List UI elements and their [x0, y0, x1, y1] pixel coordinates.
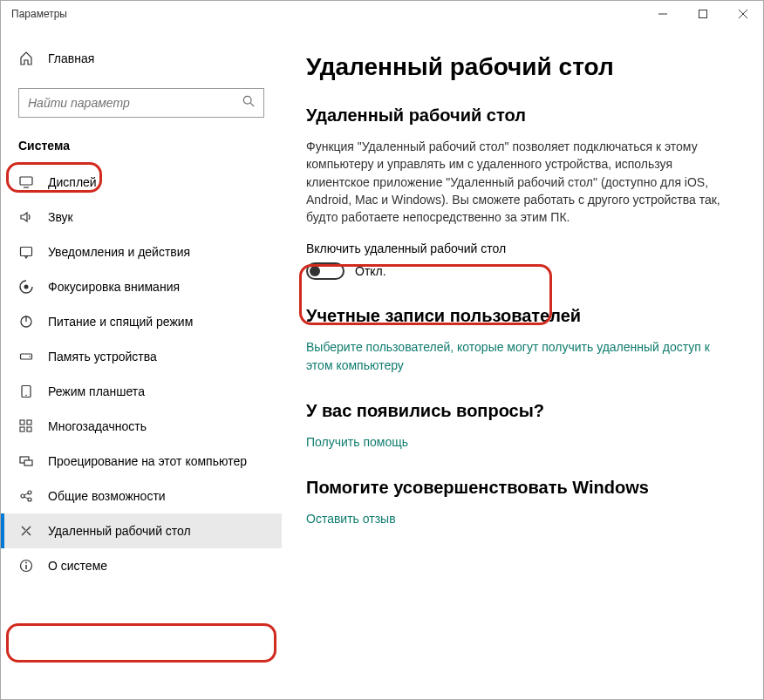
nav-sound[interactable]: Звук: [1, 200, 282, 234]
multitask-icon: [18, 419, 34, 433]
remote-description: Функция "Удаленный рабочий стол" позволя…: [306, 138, 725, 226]
svg-rect-17: [27, 420, 31, 425]
nav-notifications[interactable]: Уведомления и действия: [1, 234, 282, 269]
search-input[interactable]: [28, 96, 242, 110]
titlebar: Параметры: [1, 1, 763, 27]
nav-item-label: Питание и спящий режим: [48, 315, 193, 329]
shared-icon: [18, 489, 34, 503]
nav-item-label: О системе: [48, 559, 107, 573]
section-label-system: Система: [1, 132, 87, 160]
remote-toggle[interactable]: [306, 262, 344, 280]
section-questions-title: У вас появились вопросы?: [306, 401, 739, 421]
nav-item-label: Удаленный рабочий стол: [48, 524, 191, 538]
svg-point-9: [24, 285, 29, 289]
display-icon: [18, 175, 34, 189]
nav-home[interactable]: Главная: [1, 44, 282, 72]
nav-home-label: Главная: [48, 51, 94, 65]
nav-item-label: Проецирование на этот компьютер: [48, 454, 247, 468]
projecting-icon: [18, 454, 34, 468]
about-icon: [18, 559, 34, 573]
svg-point-23: [28, 491, 31, 494]
sidebar: Главная Система Дисплей Звук Уведомления…: [1, 27, 282, 699]
toggle-label: Включить удаленный рабочий стол: [306, 241, 739, 255]
get-help-link[interactable]: Получить помощь: [306, 433, 725, 452]
svg-point-15: [25, 395, 27, 397]
search-icon: [242, 95, 255, 111]
section-improve-title: Помогите усовершенствовать Windows: [306, 478, 739, 498]
nav-tablet[interactable]: Режим планшета: [1, 374, 282, 409]
nav-about[interactable]: О системе: [1, 548, 282, 583]
nav-item-label: Дисплей: [48, 175, 97, 189]
svg-rect-6: [20, 177, 32, 185]
nav-storage[interactable]: Память устройства: [1, 339, 282, 374]
maximize-button[interactable]: [683, 1, 723, 27]
svg-line-25: [24, 493, 28, 495]
nav-projecting[interactable]: Проецирование на этот компьютер: [1, 444, 282, 479]
svg-point-24: [28, 498, 31, 501]
nav-item-label: Фокусировка внимания: [48, 280, 180, 294]
section-remote-title: Удаленный рабочий стол: [306, 105, 739, 126]
nav-item-label: Память устройства: [48, 350, 157, 364]
minimize-button[interactable]: [643, 1, 683, 27]
sound-icon: [18, 210, 34, 224]
svg-rect-19: [27, 427, 31, 432]
nav-shared[interactable]: Общие возможности: [1, 479, 282, 513]
svg-rect-8: [21, 248, 32, 256]
svg-line-26: [24, 497, 28, 499]
focus-icon: [18, 280, 34, 294]
nav-power[interactable]: Питание и спящий режим: [1, 304, 282, 339]
nav-item-label: Уведомления и действия: [48, 245, 190, 259]
search-box[interactable]: [18, 88, 264, 118]
toggle-state: Откл.: [355, 264, 386, 278]
nav-item-label: Звук: [48, 210, 73, 224]
window-title: Параметры: [11, 8, 643, 20]
nav-display[interactable]: Дисплей: [1, 165, 282, 200]
svg-point-4: [243, 96, 251, 104]
toggle-knob: [310, 266, 320, 276]
svg-rect-21: [24, 460, 32, 466]
nav-remote-desktop[interactable]: Удаленный рабочий стол: [1, 513, 282, 548]
storage-icon: [18, 350, 34, 364]
power-icon: [18, 315, 34, 329]
nav-item-label: Многозадачность: [48, 419, 147, 433]
svg-line-29: [27, 532, 31, 535]
nav-multitask[interactable]: Многозадачность: [1, 409, 282, 444]
close-button[interactable]: [723, 1, 763, 27]
tablet-icon: [18, 384, 34, 398]
notifications-icon: [18, 245, 34, 259]
svg-point-22: [21, 494, 24, 498]
svg-rect-18: [20, 427, 24, 432]
svg-line-5: [250, 103, 254, 106]
nav-item-label: Общие возможности: [48, 489, 166, 503]
annotation-highlight: [6, 623, 276, 663]
home-icon: [18, 51, 34, 65]
svg-point-13: [29, 356, 31, 357]
feedback-link[interactable]: Оставить отзыв: [306, 510, 725, 528]
page-title: Удаленный рабочий стол: [306, 53, 739, 81]
nav-focus[interactable]: Фокусировка внимания: [1, 269, 282, 304]
svg-rect-16: [20, 420, 24, 425]
section-accounts-title: Учетные записи пользователей: [306, 306, 739, 326]
svg-line-28: [22, 527, 25, 530]
svg-point-32: [25, 562, 27, 564]
nav-item-label: Режим планшета: [48, 384, 145, 398]
svg-rect-1: [699, 10, 707, 18]
remote-icon: [18, 524, 34, 538]
select-users-link[interactable]: Выберите пользователей, которые могут по…: [306, 338, 725, 375]
content-area: Удаленный рабочий стол Удаленный рабочий…: [282, 27, 763, 699]
